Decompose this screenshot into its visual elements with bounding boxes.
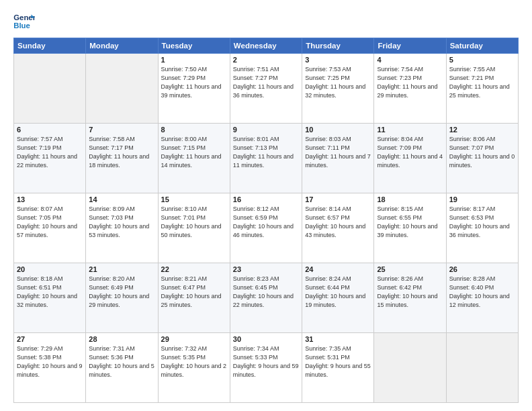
day-detail: Sunrise: 8:06 AMSunset: 7:07 PMDaylight:… bbox=[449, 135, 515, 170]
day-number: 1 bbox=[161, 56, 227, 64]
day-number: 3 bbox=[305, 56, 371, 64]
day-number: 14 bbox=[89, 195, 154, 203]
day-detail: Sunrise: 7:54 AMSunset: 7:23 PMDaylight:… bbox=[377, 65, 443, 100]
weekday-monday: Monday bbox=[86, 38, 158, 54]
day-number: 16 bbox=[233, 195, 299, 203]
calendar-cell: 10Sunrise: 8:03 AMSunset: 7:11 PMDayligh… bbox=[302, 124, 374, 193]
calendar-cell: 16Sunrise: 8:12 AMSunset: 6:59 PMDayligh… bbox=[230, 193, 302, 263]
day-number: 17 bbox=[305, 195, 371, 203]
calendar-cell: 6Sunrise: 7:57 AMSunset: 7:19 PMDaylight… bbox=[14, 124, 86, 193]
day-number: 28 bbox=[89, 335, 154, 343]
day-number: 7 bbox=[89, 126, 154, 134]
day-number: 19 bbox=[449, 195, 515, 203]
calendar-cell: 1Sunrise: 7:50 AMSunset: 7:29 PMDaylight… bbox=[158, 54, 230, 124]
calendar-cell: 22Sunrise: 8:21 AMSunset: 6:47 PMDayligh… bbox=[158, 263, 230, 333]
calendar-cell: 31Sunrise: 7:35 AMSunset: 5:31 PMDayligh… bbox=[302, 333, 374, 403]
day-number: 11 bbox=[377, 126, 443, 134]
logo-icon: General Blue bbox=[13, 12, 35, 31]
logo: General Blue bbox=[13, 12, 35, 31]
day-detail: Sunrise: 7:58 AMSunset: 7:17 PMDaylight:… bbox=[89, 135, 154, 170]
day-detail: Sunrise: 7:51 AMSunset: 7:27 PMDaylight:… bbox=[233, 65, 299, 100]
day-detail: Sunrise: 8:03 AMSunset: 7:11 PMDaylight:… bbox=[305, 135, 371, 170]
day-number: 13 bbox=[17, 195, 83, 203]
day-detail: Sunrise: 8:26 AMSunset: 6:42 PMDaylight:… bbox=[377, 275, 443, 310]
day-number: 18 bbox=[377, 195, 443, 203]
day-detail: Sunrise: 7:53 AMSunset: 7:25 PMDaylight:… bbox=[305, 65, 371, 100]
day-number: 25 bbox=[377, 265, 443, 273]
page: General Blue SundayMondayTuesdayWednesda… bbox=[0, 0, 532, 411]
day-number: 8 bbox=[161, 126, 227, 134]
weekday-thursday: Thursday bbox=[302, 38, 374, 54]
day-number: 26 bbox=[449, 265, 515, 273]
calendar-cell bbox=[374, 333, 446, 403]
calendar-cell: 19Sunrise: 8:17 AMSunset: 6:53 PMDayligh… bbox=[446, 193, 518, 263]
day-detail: Sunrise: 8:28 AMSunset: 6:40 PMDaylight:… bbox=[449, 275, 515, 310]
day-number: 29 bbox=[161, 335, 227, 343]
weekday-wednesday: Wednesday bbox=[230, 38, 302, 54]
calendar-cell: 29Sunrise: 7:32 AMSunset: 5:35 PMDayligh… bbox=[158, 333, 230, 403]
calendar-cell: 17Sunrise: 8:14 AMSunset: 6:57 PMDayligh… bbox=[302, 193, 374, 263]
week-row-1: 1Sunrise: 7:50 AMSunset: 7:29 PMDaylight… bbox=[14, 54, 519, 124]
weekday-friday: Friday bbox=[374, 38, 446, 54]
calendar-cell bbox=[86, 54, 158, 124]
calendar-cell bbox=[14, 54, 86, 124]
calendar-cell: 26Sunrise: 8:28 AMSunset: 6:40 PMDayligh… bbox=[446, 263, 518, 333]
day-detail: Sunrise: 7:31 AMSunset: 5:36 PMDaylight:… bbox=[89, 345, 154, 379]
day-number: 15 bbox=[161, 195, 227, 203]
weekday-saturday: Saturday bbox=[446, 38, 518, 54]
day-detail: Sunrise: 7:55 AMSunset: 7:21 PMDaylight:… bbox=[449, 65, 515, 100]
day-number: 9 bbox=[233, 126, 299, 134]
calendar-cell: 15Sunrise: 8:10 AMSunset: 7:01 PMDayligh… bbox=[158, 193, 230, 263]
calendar-cell: 8Sunrise: 8:00 AMSunset: 7:15 PMDaylight… bbox=[158, 124, 230, 193]
week-row-2: 6Sunrise: 7:57 AMSunset: 7:19 PMDaylight… bbox=[14, 124, 519, 193]
calendar-cell: 11Sunrise: 8:04 AMSunset: 7:09 PMDayligh… bbox=[374, 124, 446, 193]
day-number: 31 bbox=[305, 335, 371, 343]
calendar-cell: 12Sunrise: 8:06 AMSunset: 7:07 PMDayligh… bbox=[446, 124, 518, 193]
day-number: 27 bbox=[17, 335, 83, 343]
weekday-header-row: SundayMondayTuesdayWednesdayThursdayFrid… bbox=[14, 38, 519, 54]
day-number: 10 bbox=[305, 126, 371, 134]
calendar-cell: 18Sunrise: 8:15 AMSunset: 6:55 PMDayligh… bbox=[374, 193, 446, 263]
day-detail: Sunrise: 7:34 AMSunset: 5:33 PMDaylight:… bbox=[233, 345, 299, 379]
day-detail: Sunrise: 7:50 AMSunset: 7:29 PMDaylight:… bbox=[161, 65, 227, 100]
day-detail: Sunrise: 8:14 AMSunset: 6:57 PMDaylight:… bbox=[305, 205, 371, 240]
calendar-table: SundayMondayTuesdayWednesdayThursdayFrid… bbox=[13, 38, 519, 403]
day-number: 22 bbox=[161, 265, 227, 273]
calendar-cell: 2Sunrise: 7:51 AMSunset: 7:27 PMDaylight… bbox=[230, 54, 302, 124]
day-detail: Sunrise: 8:10 AMSunset: 7:01 PMDaylight:… bbox=[161, 205, 227, 240]
calendar-cell: 13Sunrise: 8:07 AMSunset: 7:05 PMDayligh… bbox=[14, 193, 86, 263]
day-number: 2 bbox=[233, 56, 299, 64]
calendar-cell: 25Sunrise: 8:26 AMSunset: 6:42 PMDayligh… bbox=[374, 263, 446, 333]
day-number: 6 bbox=[17, 126, 83, 134]
day-number: 24 bbox=[305, 265, 371, 273]
calendar-cell bbox=[446, 333, 518, 403]
day-detail: Sunrise: 8:18 AMSunset: 6:51 PMDaylight:… bbox=[17, 275, 83, 310]
svg-text:Blue: Blue bbox=[13, 21, 30, 30]
calendar-cell: 9Sunrise: 8:01 AMSunset: 7:13 PMDaylight… bbox=[230, 124, 302, 193]
day-detail: Sunrise: 8:23 AMSunset: 6:45 PMDaylight:… bbox=[233, 275, 299, 310]
day-number: 20 bbox=[17, 265, 83, 273]
calendar-cell: 30Sunrise: 7:34 AMSunset: 5:33 PMDayligh… bbox=[230, 333, 302, 403]
day-detail: Sunrise: 8:04 AMSunset: 7:09 PMDaylight:… bbox=[377, 135, 443, 170]
day-detail: Sunrise: 8:07 AMSunset: 7:05 PMDaylight:… bbox=[17, 205, 83, 240]
calendar-cell: 3Sunrise: 7:53 AMSunset: 7:25 PMDaylight… bbox=[302, 54, 374, 124]
day-number: 5 bbox=[449, 56, 515, 64]
day-detail: Sunrise: 8:21 AMSunset: 6:47 PMDaylight:… bbox=[161, 275, 227, 310]
day-number: 21 bbox=[89, 265, 154, 273]
day-detail: Sunrise: 7:29 AMSunset: 5:38 PMDaylight:… bbox=[17, 345, 83, 379]
day-detail: Sunrise: 8:00 AMSunset: 7:15 PMDaylight:… bbox=[161, 135, 227, 170]
calendar-cell: 28Sunrise: 7:31 AMSunset: 5:36 PMDayligh… bbox=[86, 333, 158, 403]
calendar-cell: 24Sunrise: 8:24 AMSunset: 6:44 PMDayligh… bbox=[302, 263, 374, 333]
day-detail: Sunrise: 7:57 AMSunset: 7:19 PMDaylight:… bbox=[17, 135, 83, 170]
day-detail: Sunrise: 8:01 AMSunset: 7:13 PMDaylight:… bbox=[233, 135, 299, 170]
weekday-sunday: Sunday bbox=[14, 38, 86, 54]
day-detail: Sunrise: 8:09 AMSunset: 7:03 PMDaylight:… bbox=[89, 205, 154, 240]
calendar-cell: 5Sunrise: 7:55 AMSunset: 7:21 PMDaylight… bbox=[446, 54, 518, 124]
calendar-cell: 23Sunrise: 8:23 AMSunset: 6:45 PMDayligh… bbox=[230, 263, 302, 333]
day-detail: Sunrise: 7:32 AMSunset: 5:35 PMDaylight:… bbox=[161, 345, 227, 379]
day-detail: Sunrise: 7:35 AMSunset: 5:31 PMDaylight:… bbox=[305, 345, 371, 379]
day-number: 4 bbox=[377, 56, 443, 64]
day-number: 23 bbox=[233, 265, 299, 273]
week-row-5: 27Sunrise: 7:29 AMSunset: 5:38 PMDayligh… bbox=[14, 333, 519, 403]
week-row-4: 20Sunrise: 8:18 AMSunset: 6:51 PMDayligh… bbox=[14, 263, 519, 333]
